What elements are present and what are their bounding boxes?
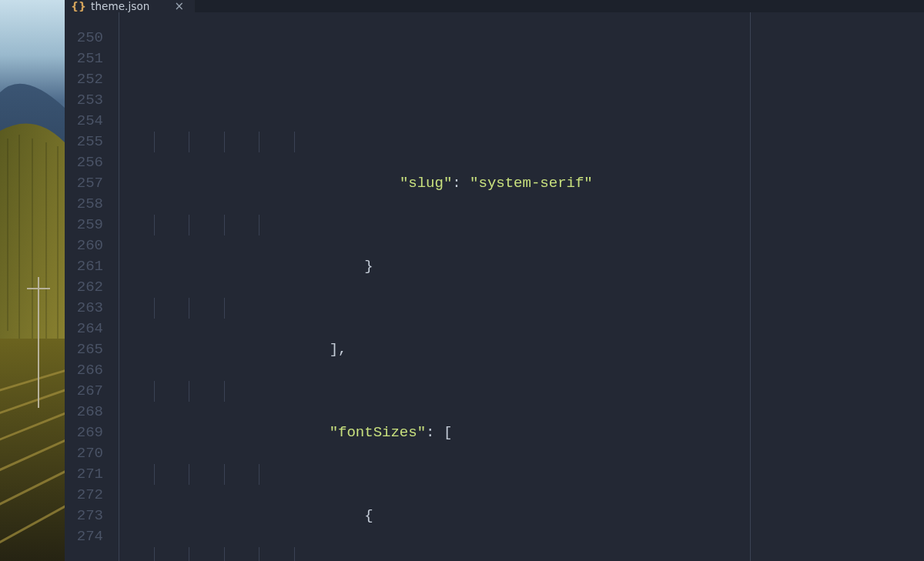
line-number: 256 bbox=[65, 152, 103, 173]
line-number: 263 bbox=[65, 298, 103, 319]
line-number: 270 bbox=[65, 443, 103, 464]
line-number: 266 bbox=[65, 360, 103, 381]
line-number: 259 bbox=[65, 215, 103, 235]
line-number: 260 bbox=[65, 235, 103, 256]
line-number: 264 bbox=[65, 319, 103, 339]
json-file-icon: {} bbox=[72, 0, 85, 12]
tab-theme-json[interactable]: {} theme.json × bbox=[65, 0, 196, 12]
tab-label: theme.json bbox=[91, 0, 150, 12]
code-line: "fontSizes": [ bbox=[119, 381, 924, 402]
line-number: 253 bbox=[65, 90, 103, 111]
line-number: 261 bbox=[65, 256, 103, 277]
line-number: 257 bbox=[65, 173, 103, 194]
line-number: 271 bbox=[65, 464, 103, 485]
line-number: 273 bbox=[65, 506, 103, 526]
line-number: 269 bbox=[65, 422, 103, 443]
line-number: 250 bbox=[65, 28, 103, 48]
tab-bar: {} theme.json × bbox=[65, 0, 924, 12]
line-number: 272 bbox=[65, 485, 103, 506]
line-number: 254 bbox=[65, 111, 103, 132]
close-icon[interactable]: × bbox=[174, 1, 184, 12]
line-number: 265 bbox=[65, 339, 103, 360]
line-number: 262 bbox=[65, 277, 103, 298]
line-number-gutter: 250 251 252 253 254 255 256 257 258 259 … bbox=[65, 12, 119, 561]
line-number: 255 bbox=[65, 132, 103, 152]
code-line: } bbox=[119, 215, 924, 235]
editor: {} theme.json × 250 251 252 253 254 255 … bbox=[65, 0, 924, 561]
line-number: 258 bbox=[65, 194, 103, 215]
line-number: 267 bbox=[65, 381, 103, 402]
svg-rect-6 bbox=[0, 339, 65, 561]
line-number: 252 bbox=[65, 69, 103, 90]
code-area[interactable]: 250 251 252 253 254 255 256 257 258 259 … bbox=[65, 12, 924, 561]
line-number: 274 bbox=[65, 526, 103, 547]
line-number: 268 bbox=[65, 402, 103, 422]
code-content[interactable]: "slug": "system-serif" } ], "fontS bbox=[119, 12, 924, 561]
code-line: ], bbox=[119, 298, 924, 319]
desktop-background bbox=[0, 0, 65, 561]
code-line: "fluid": false, bbox=[119, 547, 924, 561]
line-number: 251 bbox=[65, 48, 103, 69]
code-line: { bbox=[119, 464, 924, 485]
code-line: "slug": "system-serif" bbox=[119, 132, 924, 152]
